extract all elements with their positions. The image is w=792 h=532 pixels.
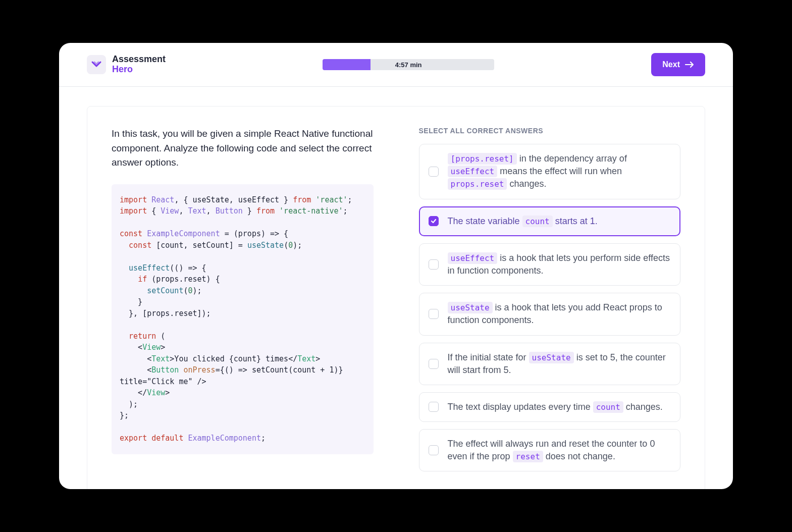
checkbox[interactable] — [429, 309, 439, 319]
answer-option[interactable]: The state variable count starts at 1. — [419, 206, 681, 236]
app-window: Assessment Hero 4:57 min Next In this ta… — [59, 43, 733, 489]
next-button[interactable]: Next — [651, 53, 705, 76]
inline-code: useState — [529, 352, 574, 363]
options-list: [props.reset] in the dependency array of… — [419, 144, 681, 471]
header: Assessment Hero 4:57 min Next — [59, 43, 733, 87]
option-text: The state variable count starts at 1. — [448, 215, 598, 228]
inline-code: useEffect — [448, 166, 498, 177]
answer-option[interactable]: The effect will always run and reset the… — [419, 429, 681, 471]
checkbox[interactable] — [429, 359, 439, 369]
code-block: import React, { useState, useEffect } fr… — [112, 184, 374, 454]
brand-logo-icon — [87, 55, 106, 74]
timer-text: 4:57 min — [395, 61, 422, 69]
option-text: If the initial state for useState is set… — [448, 351, 671, 377]
inline-code: count — [593, 401, 623, 413]
brand-name: Assessment Hero — [112, 55, 166, 75]
answers-label: SELECT ALL CORRECT ANSWERS — [419, 127, 681, 135]
inline-code: count — [522, 216, 553, 227]
checkbox[interactable] — [429, 216, 439, 226]
question-card: In this task, you will be given a simple… — [87, 106, 705, 489]
timer-fill — [323, 59, 371, 70]
inline-code: props.reset — [448, 178, 507, 190]
answers-panel: SELECT ALL CORRECT ANSWERS [props.reset]… — [419, 127, 681, 478]
brand: Assessment Hero — [87, 55, 166, 75]
answer-option[interactable]: useState is a hook that lets you add Rea… — [419, 293, 681, 335]
answer-option[interactable]: If the initial state for useState is set… — [419, 343, 681, 385]
answer-option[interactable]: [props.reset] in the dependency array of… — [419, 144, 681, 199]
content-area: In this task, you will be given a simple… — [59, 87, 733, 489]
inline-code: useEffect — [448, 252, 498, 264]
option-text: The text display updates every time coun… — [448, 401, 663, 413]
next-label: Next — [662, 60, 680, 69]
inline-code: [props.reset] — [448, 153, 517, 165]
brand-line2: Hero — [112, 65, 166, 75]
timer-progress: 4:57 min — [323, 59, 494, 70]
brand-line1: Assessment — [112, 54, 166, 64]
inline-code: useState — [448, 302, 493, 313]
option-text: The effect will always run and reset the… — [448, 438, 671, 463]
question-left: In this task, you will be given a simple… — [112, 127, 374, 478]
option-text: [props.reset] in the dependency array of… — [448, 152, 671, 191]
arrow-right-icon — [685, 61, 694, 68]
inline-code: reset — [513, 451, 543, 462]
checkbox[interactable] — [429, 445, 439, 455]
option-text: useEffect is a hook that lets you perfor… — [448, 252, 671, 277]
checkbox[interactable] — [429, 402, 439, 412]
answer-option[interactable]: The text display updates every time coun… — [419, 392, 681, 422]
checkbox[interactable] — [429, 167, 439, 177]
question-prompt: In this task, you will be given a simple… — [112, 127, 374, 170]
answer-option[interactable]: useEffect is a hook that lets you perfor… — [419, 243, 681, 286]
checkbox[interactable] — [429, 259, 439, 270]
option-text: useState is a hook that lets you add Rea… — [448, 301, 671, 327]
